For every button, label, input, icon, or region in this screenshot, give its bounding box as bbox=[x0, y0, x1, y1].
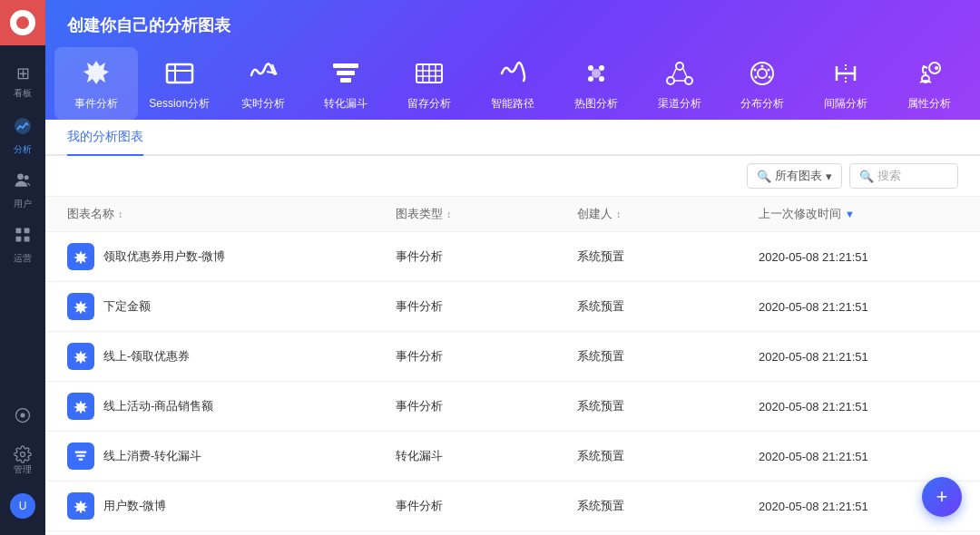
svg-rect-13 bbox=[333, 63, 358, 68]
svg-rect-48 bbox=[75, 451, 87, 452]
svg-point-39 bbox=[754, 68, 757, 71]
header-name: 图表名称 ↕ bbox=[67, 206, 396, 222]
cell-name-1: 下定金额 bbox=[67, 293, 396, 320]
svg-line-30 bbox=[672, 69, 676, 77]
svg-rect-15 bbox=[340, 78, 351, 83]
cell-type-1: 事件分析 bbox=[396, 298, 577, 315]
svg-point-46 bbox=[935, 66, 938, 70]
page-title: 创建你自己的分析图表 bbox=[45, 0, 980, 47]
svg-rect-49 bbox=[76, 454, 85, 456]
sidebar-label-manage: 管理 bbox=[14, 463, 32, 476]
sidebar-bottom-settings[interactable]: 管理 bbox=[0, 440, 45, 481]
table-row[interactable]: 线上消费-转化漏斗 转化漏斗 系统预置 2020-05-08 21:21:51 bbox=[45, 432, 980, 482]
retention-label: 留存分析 bbox=[407, 96, 451, 112]
cell-type-2: 事件分析 bbox=[396, 348, 577, 365]
row-icon-3 bbox=[67, 393, 94, 420]
sort-icon-name: ↕ bbox=[118, 209, 123, 219]
table-row[interactable]: 下定金额 事件分析 系统预置 2020-05-08 21:21:51 bbox=[45, 282, 980, 332]
sub-nav: 我的分析图表 bbox=[45, 120, 980, 156]
sidebar-item-operations[interactable]: 运营 bbox=[0, 218, 45, 272]
sidebar-item-users[interactable]: 用户 bbox=[0, 163, 45, 218]
analysis-type-attribute[interactable]: 属性分析 bbox=[887, 47, 971, 120]
session-icon bbox=[162, 56, 197, 91]
svg-point-0 bbox=[15, 118, 31, 134]
operations-icon bbox=[14, 226, 32, 248]
analysis-type-heatmap[interactable]: 热图分析 bbox=[554, 47, 638, 120]
sidebar-label-analysis: 分析 bbox=[14, 143, 32, 156]
analysis-type-funnel[interactable]: 转化漏斗 bbox=[304, 47, 387, 120]
svg-point-26 bbox=[592, 69, 601, 78]
analysis-type-distribution[interactable]: 分布分析 bbox=[721, 47, 805, 120]
svg-point-2 bbox=[24, 175, 29, 180]
funnel-label: 转化漏斗 bbox=[324, 96, 368, 112]
cell-type-4: 转化漏斗 bbox=[396, 448, 577, 464]
header-modified: 上一次修改时间 ▼ bbox=[759, 206, 958, 222]
event-icon bbox=[79, 56, 113, 91]
interval-label: 间隔分析 bbox=[824, 96, 867, 112]
distribution-label: 分布分析 bbox=[740, 96, 784, 112]
svg-rect-4 bbox=[24, 228, 30, 233]
analysis-type-retention[interactable]: 留存分析 bbox=[387, 47, 471, 120]
session-label: Session分析 bbox=[149, 96, 210, 112]
table-row[interactable]: 线上活动-用券类型 事件分析 系统预置 2020-05-08 21:21:51 bbox=[45, 531, 980, 535]
table-header: 图表名称 ↕ 图表类型 ↕ 创建人 ↕ 上一次修改时间 ▼ bbox=[45, 197, 980, 232]
svg-point-28 bbox=[667, 77, 674, 84]
table-row[interactable]: 线上活动-商品销售额 事件分析 系统预置 2020-05-08 21:21:51 bbox=[45, 382, 980, 432]
svg-point-24 bbox=[588, 76, 593, 82]
cell-modified-3: 2020-05-08 21:21:51 bbox=[759, 400, 958, 413]
analysis-type-realtime[interactable]: 实时分析 bbox=[221, 47, 305, 120]
analysis-type-session[interactable]: Session分析 bbox=[138, 47, 221, 120]
svg-point-27 bbox=[676, 63, 683, 70]
search-input-wrapper[interactable]: 🔍 搜索 bbox=[849, 163, 958, 189]
svg-rect-10 bbox=[167, 64, 192, 83]
row-icon-4 bbox=[67, 443, 94, 470]
analysis-type-smart-path[interactable]: 智能路径 bbox=[471, 47, 554, 120]
cell-name-0: 领取优惠券用户数-微博 bbox=[67, 243, 396, 270]
sidebar-item-analysis[interactable]: 分析 bbox=[0, 109, 45, 163]
analysis-type-event[interactable]: 事件分析 bbox=[54, 47, 138, 120]
sort-icon-modified: ▼ bbox=[845, 209, 855, 219]
filter-type-label: 所有图表 bbox=[775, 168, 822, 184]
sidebar-item-dashboard[interactable]: ⊞ 看板 bbox=[0, 54, 45, 109]
cell-name-2: 线上-领取优惠券 bbox=[67, 343, 396, 370]
analysis-type-interval[interactable]: 间隔分析 bbox=[804, 47, 887, 120]
cell-modified-4: 2020-05-08 21:21:51 bbox=[759, 450, 958, 463]
svg-point-34 bbox=[758, 69, 767, 78]
interval-icon bbox=[828, 56, 863, 91]
header-type: 图表类型 ↕ bbox=[396, 206, 577, 222]
cell-creator-0: 系统预置 bbox=[577, 248, 759, 265]
cell-creator-2: 系统预置 bbox=[577, 348, 759, 365]
attribute-label: 属性分析 bbox=[907, 96, 951, 112]
sidebar: ⊞ 看板 分析 用户 运营 bbox=[0, 0, 45, 535]
sidebar-label-dashboard: 看板 bbox=[14, 87, 32, 100]
attribute-icon bbox=[912, 56, 946, 91]
analysis-icon bbox=[14, 117, 32, 140]
svg-rect-50 bbox=[79, 458, 83, 460]
smart-path-label: 智能路径 bbox=[491, 96, 534, 112]
float-action-button[interactable]: + bbox=[922, 477, 962, 517]
analysis-type-list: 事件分析 Session分析 bbox=[45, 47, 980, 120]
dashboard-icon: ⊞ bbox=[16, 63, 30, 83]
event-label: 事件分析 bbox=[74, 96, 118, 112]
table-row[interactable]: 用户数-微博 事件分析 系统预置 2020-05-08 21:21:51 bbox=[45, 482, 980, 531]
svg-point-38 bbox=[755, 75, 758, 78]
analysis-type-channel[interactable]: 渠道分析 bbox=[638, 47, 721, 120]
tab-my-charts[interactable]: 我的分析图表 bbox=[67, 120, 143, 156]
sort-icon-creator: ↕ bbox=[616, 209, 622, 219]
cell-modified-0: 2020-05-08 21:21:51 bbox=[759, 250, 958, 264]
type-filter-select[interactable]: 🔍 所有图表 ▾ bbox=[747, 163, 842, 189]
table-row[interactable]: 领取优惠券用户数-微博 事件分析 系统预置 2020-05-08 21:21:5… bbox=[45, 232, 980, 282]
realtime-icon bbox=[246, 56, 280, 91]
sidebar-bottom-music[interactable] bbox=[0, 394, 45, 435]
cell-creator-3: 系统预置 bbox=[577, 398, 759, 414]
channel-label: 渠道分析 bbox=[658, 96, 701, 112]
svg-point-9 bbox=[21, 452, 25, 456]
svg-point-23 bbox=[599, 65, 604, 71]
sidebar-user-avatar[interactable]: U bbox=[0, 485, 45, 526]
svg-point-35 bbox=[761, 64, 764, 67]
svg-rect-14 bbox=[337, 71, 355, 75]
table-row[interactable]: 线上-领取优惠券 事件分析 系统预置 2020-05-08 21:21:51 bbox=[45, 332, 980, 382]
svg-point-1 bbox=[17, 173, 24, 180]
row-icon-5 bbox=[67, 492, 94, 520]
realtime-label: 实时分析 bbox=[241, 96, 285, 112]
